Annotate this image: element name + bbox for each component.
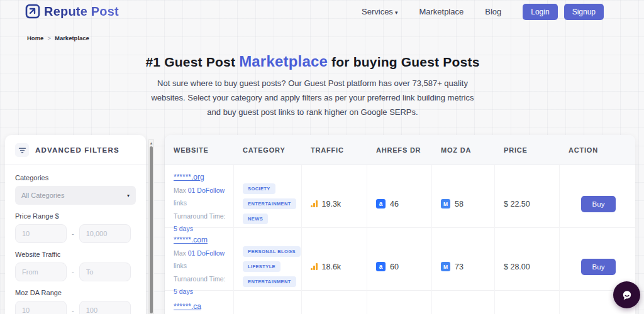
categories-select[interactable]: All Categories ▾ — [15, 186, 136, 205]
page-title-highlight: Marketplace — [239, 53, 328, 70]
traffic-from-input[interactable] — [15, 263, 67, 281]
categories-label: Categories — [15, 174, 136, 181]
price-range-label: Price Range $ — [15, 212, 136, 220]
category-tag: PERSONAL BLOGS — [243, 246, 301, 257]
table-row: ******.com Max 01 DoFollow linksTurnarou… — [165, 228, 635, 291]
col-traffic: TRAFFIC — [302, 146, 367, 154]
moz-da-from-input[interactable] — [15, 301, 67, 314]
traffic-bars-icon — [311, 263, 318, 270]
scrollbar-up-arrow-icon[interactable]: ▲ — [149, 141, 153, 145]
moz-icon: M — [441, 199, 450, 208]
price-to-input[interactable] — [79, 224, 131, 243]
website-cell: ******.ca — [165, 291, 234, 314]
website-link[interactable]: ******.com — [174, 236, 208, 244]
moz-da-to-input[interactable] — [79, 301, 131, 314]
col-moz-da: MOZ DA — [432, 146, 495, 154]
table-row: ******.ca — [165, 291, 635, 314]
filters-title: ADVANCED FILTERS — [35, 146, 119, 154]
breadcrumb-home[interactable]: Home — [27, 35, 43, 41]
col-ahrefs-dr: AHREFS DR — [367, 146, 432, 154]
marketplace-table: WEBSITE CATEGORY TRAFFIC AHREFS DR MOZ D… — [165, 135, 635, 314]
chevron-down-icon: ▾ — [395, 9, 398, 16]
website-traffic-label: Website Traffic — [15, 251, 136, 258]
signup-button[interactable]: Signup — [564, 4, 604, 20]
col-category: CATEGORY — [234, 146, 302, 154]
buy-button[interactable]: Buy — [581, 259, 616, 275]
breadcrumb-separator: > — [47, 35, 51, 41]
chat-widget-button[interactable] — [613, 281, 640, 308]
brand-name: Repute Post — [44, 4, 119, 19]
range-dash: - — [72, 306, 74, 314]
category-tag: ENTERTAINMENT — [243, 198, 296, 209]
price-cell — [495, 291, 560, 314]
brand-logo[interactable]: Repute Post — [25, 4, 119, 19]
table-row: ******.org Max 01 DoFollow linksTurnarou… — [165, 165, 635, 228]
buy-button[interactable]: Buy — [581, 196, 616, 212]
scrollbar-thumb[interactable] — [150, 146, 153, 313]
brand-logo-icon — [25, 4, 40, 19]
category-tag: LIFESTYLE — [243, 261, 280, 272]
col-website: WEBSITE — [165, 146, 234, 154]
range-dash: - — [72, 268, 74, 276]
moz-da-cell — [432, 291, 495, 314]
traffic-cell — [302, 291, 367, 314]
traffic-bars-icon — [311, 200, 318, 207]
filters-scrollbar[interactable]: ▲ — [148, 139, 154, 314]
main-nav: Services▾ Marketplace Blog Login Signup — [362, 0, 604, 23]
filter-icon — [15, 143, 29, 157]
filters-header: ADVANCED FILTERS — [5, 135, 146, 165]
advanced-filters-panel: ADVANCED FILTERS Categories All Categori… — [5, 135, 146, 314]
traffic-to-input[interactable] — [79, 263, 131, 281]
breadcrumb-current: Marketplace — [55, 35, 89, 41]
moz-da-range-label: Moz DA Range — [15, 289, 136, 296]
category-tag: ENTERTAINMENT — [243, 276, 296, 287]
dropdown-caret-icon: ▾ — [127, 193, 130, 198]
ahrefs-dr-cell — [367, 291, 432, 314]
breadcrumb: Home > Marketplace — [27, 35, 89, 41]
website-link[interactable]: ******.org — [174, 173, 204, 181]
hero-description: Not sure where to buy guest posts? Our G… — [0, 77, 625, 119]
category-tag: NEWS — [243, 214, 268, 224]
col-action: ACTION — [560, 146, 635, 154]
moz-icon: M — [441, 262, 450, 271]
table-header-row: WEBSITE CATEGORY TRAFFIC AHREFS DR MOZ D… — [165, 135, 635, 165]
col-price: PRICE — [495, 146, 560, 154]
ahrefs-icon: a — [376, 199, 386, 208]
nav-marketplace[interactable]: Marketplace — [419, 7, 464, 16]
website-link[interactable]: ******.ca — [174, 302, 201, 311]
ahrefs-icon: a — [376, 262, 386, 271]
category-tag: SOCIETY — [243, 183, 275, 194]
chat-bubble-icon — [619, 288, 635, 303]
category-cell — [234, 291, 302, 314]
nav-blog[interactable]: Blog — [485, 7, 501, 16]
top-header: Repute Post Services▾ Marketplace Blog L… — [0, 0, 644, 23]
hero-section: #1 Guest Post Marketplace for buying Gue… — [0, 53, 625, 119]
nav-services[interactable]: Services▾ — [362, 7, 397, 16]
login-button[interactable]: Login — [523, 4, 557, 20]
categories-selected-value: All Categories — [21, 192, 64, 199]
page-title: #1 Guest Post Marketplace for buying Gue… — [0, 53, 625, 70]
price-from-input[interactable] — [15, 224, 67, 243]
range-dash: - — [72, 230, 74, 237]
